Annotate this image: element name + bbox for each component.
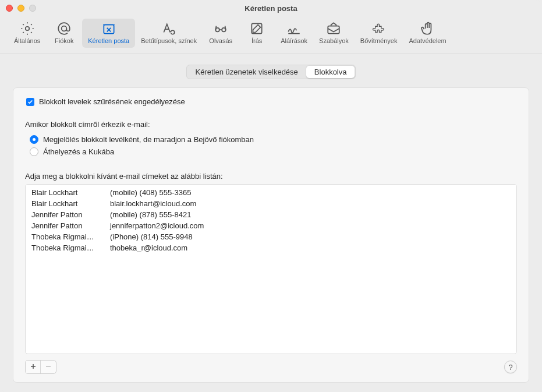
compose-icon	[249, 21, 264, 36]
remove-button[interactable]	[41, 361, 56, 373]
enable-blocked-filter-label: Blokkolt levelek szűrésének engedélyezés…	[39, 97, 185, 106]
minus-icon	[45, 363, 52, 372]
checkbox-checked-icon[interactable]	[26, 98, 34, 106]
titlebar: Kéretlen posta	[0, 0, 542, 16]
toolbar-label: Általános	[14, 37, 40, 44]
help-button[interactable]: ?	[504, 361, 517, 373]
tab-blocked[interactable]: Blokkolva	[306, 66, 355, 78]
radio-label: Áthelyezés a Kukába	[43, 147, 114, 156]
toolbar-item-rules[interactable]: Szabályok	[313, 19, 355, 48]
toolbar-label: Kéretlen posta	[88, 37, 129, 44]
rules-icon	[326, 21, 341, 36]
blocked-panel: Blokkolt levelek szűrésének engedélyezés…	[13, 87, 529, 383]
list-item[interactable]: Jennifer Patton jenniferpatton2@icloud.c…	[30, 220, 512, 231]
toolbar-label: Bővítmények	[360, 37, 398, 44]
list-item-value: blair.lockhart@icloud.com	[110, 199, 511, 208]
toolbar-item-privacy[interactable]: Adatvédelem	[403, 19, 452, 48]
toolbar: Általános Fiókok Kéretlen posta Betűtípu…	[0, 16, 542, 54]
tabs-wrap: Kéretlen üzenetek viselkedése Blokkolva	[13, 65, 529, 79]
list-item-name: Thobeka Rigmai…	[31, 243, 110, 252]
radio-label: Megjelölés blokkolt levélként, de maradj…	[43, 135, 254, 144]
list-item-name: Blair Lockhart	[31, 188, 110, 197]
toolbar-item-extensions[interactable]: Bővítmények	[355, 19, 403, 48]
list-item[interactable]: Thobeka Rigmai… (iPhone) (814) 555-9948	[30, 231, 512, 242]
fonts-icon	[161, 21, 176, 36]
add-remove-group	[25, 360, 56, 374]
toolbar-item-fonts[interactable]: Betűtípusok, színek	[135, 19, 203, 48]
blocked-list[interactable]: Blair Lockhart (mobile) (408) 555-3365 B…	[25, 184, 517, 354]
list-item-name: Thobeka Rigmai…	[31, 232, 110, 241]
list-item[interactable]: Thobeka Rigmai… thobeka_r@icloud.com	[30, 242, 512, 253]
panel-bottom-row: ?	[25, 360, 517, 374]
svg-point-1	[62, 26, 67, 31]
puzzle-icon	[371, 21, 387, 36]
preferences-window: Kéretlen posta Általános Fiókok Kéretlen…	[0, 0, 542, 392]
glasses-icon	[213, 21, 228, 36]
traffic-lights	[6, 5, 36, 12]
help-icon: ?	[508, 363, 512, 372]
blocked-list-label: Adja meg a blokkolni kívánt e-mail címek…	[25, 172, 517, 181]
enable-blocked-filter-row[interactable]: Blokkolt levelek szűrésének engedélyezés…	[26, 97, 517, 106]
toolbar-item-accounts[interactable]: Fiókok	[46, 19, 82, 48]
close-button[interactable]	[6, 5, 13, 12]
toolbar-label: Szabályok	[319, 37, 349, 44]
list-item[interactable]: Blair Lockhart blair.lockhart@icloud.com	[30, 198, 512, 209]
radio-checked-icon[interactable]	[30, 135, 38, 144]
list-item-name: Blair Lockhart	[31, 199, 110, 208]
toolbar-label: Olvasás	[209, 37, 232, 44]
list-item-name: Jennifer Patton	[31, 210, 110, 219]
list-item-value: jenniferpatton2@icloud.com	[110, 221, 511, 230]
list-item[interactable]: Blair Lockhart (mobile) (408) 555-3365	[30, 187, 512, 198]
gear-icon	[20, 21, 35, 36]
radio-unchecked-icon[interactable]	[30, 147, 38, 156]
zoom-button	[29, 5, 36, 12]
list-item-value: (mobile) (408) 555-3365	[110, 188, 511, 197]
list-item-value: (mobile) (878) 555-8421	[110, 210, 511, 219]
toolbar-item-signatures[interactable]: Aláírások	[275, 19, 313, 48]
minimize-button[interactable]	[17, 5, 24, 12]
toolbar-label: Betűtípusok, színek	[141, 37, 197, 44]
toolbar-label: Írás	[251, 37, 262, 44]
toolbar-item-junk[interactable]: Kéretlen posta	[82, 19, 135, 48]
sub-tabs: Kéretlen üzenetek viselkedése Blokkolva	[186, 65, 356, 79]
list-item-value: thobeka_r@icloud.com	[110, 243, 511, 252]
radio-move-to-trash[interactable]: Áthelyezés a Kukába	[30, 146, 517, 158]
toolbar-item-writing[interactable]: Írás	[239, 19, 275, 48]
toolbar-label: Adatvédelem	[409, 37, 446, 44]
plus-icon	[30, 363, 37, 372]
list-item-value: (iPhone) (814) 555-9948	[110, 232, 511, 241]
svg-point-0	[25, 27, 29, 31]
incoming-radio-group: Megjelölés blokkolt levélként, de maradj…	[30, 133, 517, 158]
toolbar-label: Fiókok	[55, 37, 73, 44]
list-item-name: Jennifer Patton	[31, 221, 110, 230]
signature-icon	[286, 21, 302, 36]
tab-junk-behaviour[interactable]: Kéretlen üzenetek viselkedése	[187, 66, 306, 78]
toolbar-item-general[interactable]: Általános	[8, 19, 46, 48]
toolbar-item-reading[interactable]: Olvasás	[203, 19, 239, 48]
radio-mark-as-blocked[interactable]: Megjelölés blokkolt levélként, de maradj…	[30, 133, 517, 146]
junk-icon	[101, 21, 116, 36]
content: Kéretlen üzenetek viselkedése Blokkolva …	[0, 54, 542, 392]
list-item[interactable]: Jennifer Patton (mobile) (878) 555-8421	[30, 209, 512, 220]
incoming-label: Amikor blokkolt címről érkezik e-mail:	[25, 120, 517, 129]
at-icon	[56, 21, 72, 36]
hand-icon	[420, 21, 435, 36]
toolbar-label: Aláírások	[281, 37, 307, 44]
window-title: Kéretlen posta	[0, 4, 542, 13]
add-button[interactable]	[26, 361, 41, 373]
